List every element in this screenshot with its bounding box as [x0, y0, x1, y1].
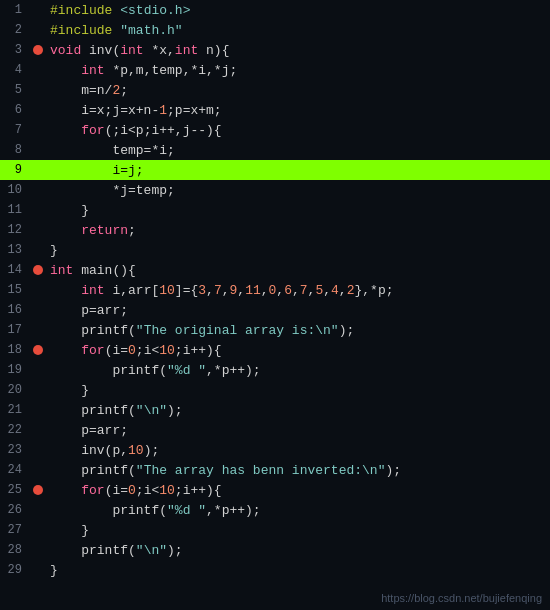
breakpoint-area[interactable]: [30, 520, 46, 540]
code-line: 22 p=arr;: [0, 420, 550, 440]
code-line: 15 int i,arr[10]={3,7,9,11,0,6,7,5,4,2},…: [0, 280, 550, 300]
code-line: 3void inv(int *x,int n){: [0, 40, 550, 60]
code-content: i=x;j=x+n-1;p=x+m;: [46, 103, 550, 118]
line-number: 5: [0, 80, 30, 100]
breakpoint-area[interactable]: [30, 120, 46, 140]
breakpoint-area[interactable]: [30, 40, 46, 60]
code-line: 26 printf("%d ",*p++);: [0, 500, 550, 520]
breakpoint-area[interactable]: [30, 180, 46, 200]
breakpoint-area[interactable]: [30, 540, 46, 560]
breakpoint-area[interactable]: [30, 480, 46, 500]
code-line: 24 printf("The array has benn inverted:\…: [0, 460, 550, 480]
code-line: 4 int *p,m,temp,*i,*j;: [0, 60, 550, 80]
code-content: }: [46, 383, 550, 398]
breakpoint-area[interactable]: [30, 100, 46, 120]
line-number: 13: [0, 240, 30, 260]
breakpoint-area[interactable]: [30, 560, 46, 580]
code-line: 9 i=j;: [0, 160, 550, 180]
line-number: 11: [0, 200, 30, 220]
code-content: }: [46, 243, 550, 258]
code-content: p=arr;: [46, 303, 550, 318]
breakpoint-area[interactable]: [30, 300, 46, 320]
code-line: 8 temp=*i;: [0, 140, 550, 160]
code-content: for(;i<p;i++,j--){: [46, 123, 550, 138]
line-number: 24: [0, 460, 30, 480]
code-content: int main(){: [46, 263, 550, 278]
breakpoint-area[interactable]: [30, 500, 46, 520]
code-lines: 1#include <stdio.h>2#include "math.h"3vo…: [0, 0, 550, 580]
code-content: p=arr;: [46, 423, 550, 438]
code-line: 21 printf("\n");: [0, 400, 550, 420]
line-number: 1: [0, 0, 30, 20]
code-line: 11 }: [0, 200, 550, 220]
breakpoint-area[interactable]: [30, 0, 46, 20]
line-number: 22: [0, 420, 30, 440]
code-line: 16 p=arr;: [0, 300, 550, 320]
line-number: 14: [0, 260, 30, 280]
breakpoint-area[interactable]: [30, 20, 46, 40]
breakpoint-area[interactable]: [30, 320, 46, 340]
line-number: 2: [0, 20, 30, 40]
breakpoint-area[interactable]: [30, 460, 46, 480]
breakpoint-area[interactable]: [30, 260, 46, 280]
breakpoint-area[interactable]: [30, 220, 46, 240]
code-content: printf("%d ",*p++);: [46, 363, 550, 378]
breakpoint-area[interactable]: [30, 200, 46, 220]
code-content: }: [46, 203, 550, 218]
breakpoint-area[interactable]: [30, 140, 46, 160]
breakpoint-area[interactable]: [30, 400, 46, 420]
breakpoint-area[interactable]: [30, 160, 46, 180]
watermark: https://blog.csdn.net/bujiefenqing: [381, 592, 542, 604]
code-content: printf("\n");: [46, 543, 550, 558]
code-content: for(i=0;i<10;i++){: [46, 343, 550, 358]
line-number: 29: [0, 560, 30, 580]
line-number: 3: [0, 40, 30, 60]
code-content: printf("The array has benn inverted:\n")…: [46, 463, 550, 478]
code-line: 18 for(i=0;i<10;i++){: [0, 340, 550, 360]
line-number: 17: [0, 320, 30, 340]
breakpoint-area[interactable]: [30, 80, 46, 100]
code-content: #include <stdio.h>: [46, 3, 550, 18]
line-number: 16: [0, 300, 30, 320]
breakpoint-area[interactable]: [30, 60, 46, 80]
code-content: printf("%d ",*p++);: [46, 503, 550, 518]
breakpoint-area[interactable]: [30, 440, 46, 460]
code-line: 19 printf("%d ",*p++);: [0, 360, 550, 380]
breakpoint-marker: [33, 45, 43, 55]
line-number: 12: [0, 220, 30, 240]
line-number: 21: [0, 400, 30, 420]
code-line: 29}: [0, 560, 550, 580]
code-line: 5 m=n/2;: [0, 80, 550, 100]
code-content: *j=temp;: [46, 183, 550, 198]
code-line: 10 *j=temp;: [0, 180, 550, 200]
code-line: 12 return;: [0, 220, 550, 240]
line-number: 28: [0, 540, 30, 560]
line-number: 7: [0, 120, 30, 140]
code-line: 1#include <stdio.h>: [0, 0, 550, 20]
code-content: }: [46, 523, 550, 538]
breakpoint-area[interactable]: [30, 340, 46, 360]
breakpoint-area[interactable]: [30, 280, 46, 300]
line-number: 27: [0, 520, 30, 540]
code-content: return;: [46, 223, 550, 238]
line-number: 18: [0, 340, 30, 360]
code-content: printf("\n");: [46, 403, 550, 418]
breakpoint-area[interactable]: [30, 240, 46, 260]
code-content: int i,arr[10]={3,7,9,11,0,6,7,5,4,2},*p;: [46, 283, 550, 298]
breakpoint-marker: [33, 265, 43, 275]
breakpoint-marker: [33, 485, 43, 495]
code-content: void inv(int *x,int n){: [46, 43, 550, 58]
code-line: 27 }: [0, 520, 550, 540]
code-line: 6 i=x;j=x+n-1;p=x+m;: [0, 100, 550, 120]
breakpoint-area[interactable]: [30, 420, 46, 440]
line-number: 4: [0, 60, 30, 80]
line-number: 6: [0, 100, 30, 120]
code-content: #include "math.h": [46, 23, 550, 38]
code-content: int *p,m,temp,*i,*j;: [46, 63, 550, 78]
code-line: 14int main(){: [0, 260, 550, 280]
code-line: 7 for(;i<p;i++,j--){: [0, 120, 550, 140]
code-content: }: [46, 563, 550, 578]
code-content: for(i=0;i<10;i++){: [46, 483, 550, 498]
breakpoint-area[interactable]: [30, 360, 46, 380]
breakpoint-area[interactable]: [30, 380, 46, 400]
